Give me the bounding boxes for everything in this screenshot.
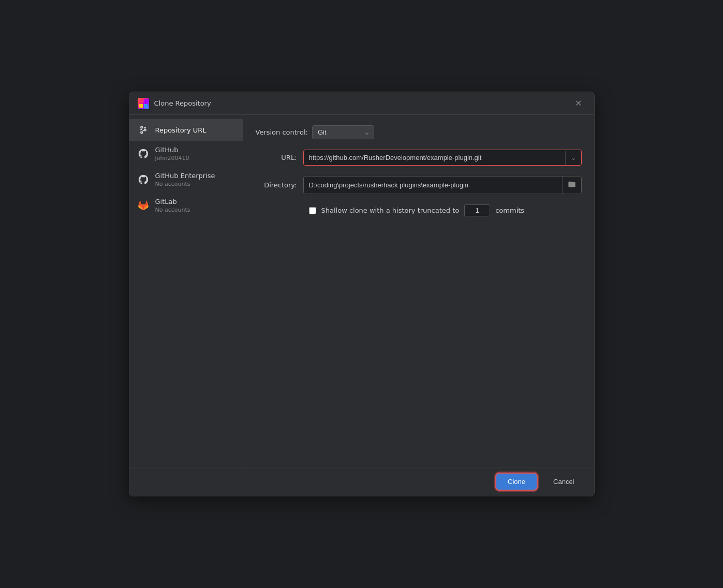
svg-rect-0 — [139, 99, 143, 103]
url-input[interactable] — [304, 150, 565, 165]
sidebar-item-sub-gitlab: No accounts — [155, 207, 190, 213]
version-control-label: Version control: — [256, 128, 308, 136]
dialog-body: Repository URL GitHub John200410 — [129, 115, 594, 467]
shallow-clone-commits-label: commits — [495, 207, 524, 214]
directory-row: Directory: — [256, 176, 582, 194]
sidebar-item-sub-github-enterprise: No accounts — [155, 181, 215, 187]
url-dropdown-button[interactable]: ⌄ — [565, 151, 581, 165]
sidebar-item-gitlab[interactable]: GitLab No accounts — [129, 193, 243, 218]
url-label: URL: — [256, 154, 297, 161]
sidebar-item-label-github: GitHub — [155, 146, 189, 154]
directory-browse-button[interactable] — [562, 177, 581, 194]
version-control-select[interactable]: Git Mercurial Subversion — [312, 125, 374, 139]
cancel-button[interactable]: Cancel — [542, 474, 585, 490]
repo-url-icon — [138, 124, 149, 136]
shallow-clone-label: Shallow clone with a history truncated t… — [321, 207, 460, 214]
sidebar-item-github-enterprise[interactable]: GitHub Enterprise No accounts — [129, 167, 243, 193]
main-content: Version control: Git Mercurial Subversio… — [243, 115, 594, 467]
svg-rect-2 — [139, 104, 143, 108]
version-control-select-wrapper: Git Mercurial Subversion — [312, 125, 374, 139]
sidebar: Repository URL GitHub John200410 — [129, 115, 243, 467]
directory-label: Directory: — [256, 181, 297, 189]
shallow-clone-count-input[interactable] — [464, 204, 490, 216]
clone-button[interactable]: Clone — [496, 474, 537, 490]
shallow-clone-checkbox[interactable] — [309, 207, 316, 214]
sidebar-item-label-github-enterprise: GitHub Enterprise — [155, 172, 215, 180]
sidebar-item-text-repo-url: Repository URL — [155, 126, 206, 134]
sidebar-item-label-gitlab: GitLab — [155, 198, 190, 205]
version-control-row: Version control: Git Mercurial Subversio… — [256, 125, 582, 139]
sidebar-item-text-gitlab: GitLab No accounts — [155, 198, 190, 213]
sidebar-item-sub-github: John200410 — [155, 155, 189, 161]
shallow-clone-row: Shallow clone with a history truncated t… — [256, 204, 582, 216]
url-row: URL: ⌄ — [256, 150, 582, 166]
directory-input[interactable] — [304, 178, 562, 193]
sidebar-item-repository-url[interactable]: Repository URL — [129, 119, 243, 141]
dialog-title: Clone Repository — [154, 99, 211, 107]
svg-rect-1 — [144, 99, 147, 103]
sidebar-item-label-repo-url: Repository URL — [155, 126, 206, 134]
github-icon — [138, 148, 149, 159]
sidebar-item-text-github-enterprise: GitHub Enterprise No accounts — [155, 172, 215, 187]
close-button[interactable]: ✕ — [571, 97, 586, 110]
dialog-footer: Clone Cancel — [129, 467, 594, 496]
sidebar-item-github[interactable]: GitHub John200410 — [129, 141, 243, 167]
gitlab-icon — [138, 200, 149, 211]
clone-repository-dialog: Clone Repository ✕ Repository URL — [129, 92, 595, 496]
directory-input-wrapper — [303, 176, 582, 194]
titlebar: Clone Repository ✕ — [129, 92, 594, 115]
titlebar-left: Clone Repository — [138, 98, 211, 109]
sidebar-item-text-github: GitHub John200410 — [155, 146, 189, 161]
svg-rect-3 — [144, 104, 147, 108]
app-icon — [138, 98, 149, 109]
url-input-wrapper: ⌄ — [303, 150, 582, 166]
github-enterprise-icon — [138, 174, 149, 185]
